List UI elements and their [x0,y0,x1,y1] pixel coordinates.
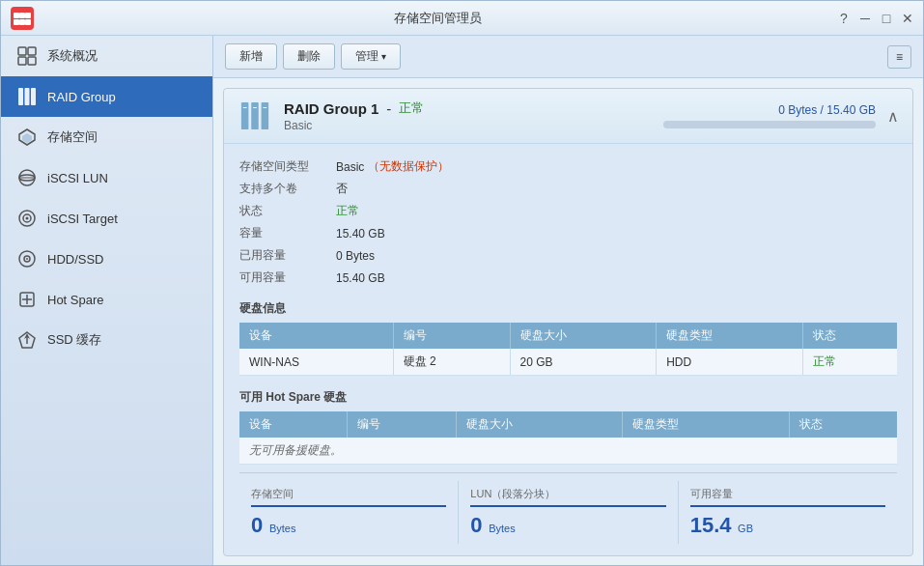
sidebar-item-label: iSCSI LUN [47,171,108,185]
raid-group-icon [238,99,272,133]
multi-volume-label: 支持多个卷 [239,181,336,197]
cell-type: HDD [657,349,803,376]
stat-available: 可用容量 15.4 GB [679,481,897,544]
collapse-button[interactable]: ∧ [887,107,899,126]
capacity-label: 容量 [239,225,336,241]
sidebar-item-label: iSCSI Target [47,212,118,226]
sidebar-item-hdd-ssd[interactable]: HDD/SSD [1,239,212,279]
table-row: WIN-NAS 硬盘 2 20 GB HDD 正常 [239,349,897,376]
available-value: 15.40 GB [336,271,385,285]
svg-rect-13 [31,88,36,105]
app-icon [9,5,36,32]
available-label: 可用容量 [239,269,336,286]
sidebar-item-system-overview[interactable]: 系统概况 [1,36,212,76]
sidebar-item-iscsi-lun[interactable]: iSCSI LUN [1,157,212,198]
svg-rect-32 [251,102,259,129]
raid-status: 正常 [399,99,424,117]
info-row-status: 状态 正常 [239,200,897,222]
sidebar-item-label: SSD 缓存 [47,331,101,349]
stat-storage-value: 0 [251,513,263,537]
cell-device: WIN-NAS [239,349,393,376]
stat-lun-unit: Bytes [489,523,516,534]
info-section: 存储空间类型 Basic （无数据保护） 支持多个卷 否 状态 正常 [239,156,897,289]
iscsi-lun-icon [16,167,38,188]
svg-rect-8 [28,47,36,55]
storage-type-value: Basic [336,160,364,174]
svg-rect-11 [18,88,23,105]
raid-icon-sidebar [16,86,38,107]
manage-dropdown-arrow: ▾ [381,51,386,62]
info-row-available: 可用容量 15.40 GB [239,267,897,289]
maximize-button[interactable]: □ [879,11,894,26]
sidebar-item-label: 系统概况 [47,47,98,65]
sidebar-item-ssd-cache[interactable]: SSD 缓存 [1,320,212,360]
ssd-cache-icon [16,329,38,351]
stat-available-label: 可用容量 [690,487,885,501]
stat-storage-space: 存储空间 0 Bytes [239,481,459,544]
hs-col-size: 硬盘大小 [456,411,623,438]
stat-storage-divider [251,505,446,507]
col-type: 硬盘类型 [657,323,803,349]
svg-rect-9 [18,57,26,65]
manage-button[interactable]: 管理 ▾ [341,43,401,70]
status-label: 状态 [239,203,336,219]
raid-title-area: RAID Group 1 - 正常 Basic [284,99,663,132]
raid-group-card: RAID Group 1 - 正常 Basic 0 Bytes / 15.40 … [223,88,913,556]
hs-col-number: 编号 [347,411,456,438]
sidebar-item-label: RAID Group [47,90,116,104]
sidebar-item-label: HDD/SSD [47,252,104,267]
content-panel: 新增 删除 管理 ▾ ≡ [213,36,923,565]
capacity-value: 15.40 GB [336,227,385,241]
delete-button[interactable]: 删除 [283,43,335,70]
sidebar: 系统概况 RAID Group [1,36,213,565]
svg-rect-12 [25,88,30,105]
hdd-ssd-icon [16,248,38,269]
cell-size: 20 GB [510,349,657,376]
stat-storage-value-row: 0 Bytes [251,513,446,538]
raid-capacity-bar [663,121,876,128]
svg-marker-15 [22,133,32,143]
content-area: RAID Group 1 - 正常 Basic 0 Bytes / 15.40 … [213,78,923,565]
svg-rect-5 [19,19,25,25]
svg-rect-2 [19,13,25,18]
used-value: 0 Bytes [336,249,375,263]
stat-lun-value: 0 [470,513,482,537]
svg-rect-31 [241,102,249,129]
view-options-button[interactable]: ≡ [887,45,911,69]
sidebar-item-hot-spare[interactable]: Hot Spare [1,279,212,320]
svg-rect-3 [25,13,31,18]
hot-spare-table: 设备 编号 硬盘大小 硬盘类型 状态 无可用备援硬盘。 [239,411,897,465]
stat-available-value: 15.4 [690,513,732,537]
iscsi-target-icon [16,208,38,229]
hs-col-device: 设备 [239,411,347,438]
help-button[interactable]: ? [836,11,852,26]
multi-volume-value: 否 [336,181,348,197]
storage-type-label: 存储空间类型 [239,158,336,175]
sidebar-item-raid-group[interactable]: RAID Group [1,76,212,117]
add-button[interactable]: 新增 [225,43,277,70]
info-row-multi-volume: 支持多个卷 否 [239,178,897,200]
title-bar-controls: ? ─ □ ✕ [836,11,915,26]
raid-capacity-area: 0 Bytes / 15.40 GB [663,103,876,128]
svg-rect-33 [262,102,269,129]
sidebar-item-storage-space[interactable]: 存储空间 [1,117,212,157]
svg-rect-10 [28,57,36,65]
used-label: 已用容量 [239,247,336,264]
sidebar-item-iscsi-target[interactable]: iSCSI Target [1,198,212,239]
cell-status: 正常 [802,349,897,376]
status-value: 正常 [336,203,359,219]
stat-available-unit: GB [738,523,753,534]
disk-info-title: 硬盘信息 [239,300,897,317]
main-area: 系统概况 RAID Group [1,36,923,565]
raid-separator: - [386,100,391,117]
minimize-button[interactable]: ─ [857,11,873,26]
toolbar: 新增 删除 管理 ▾ ≡ [213,36,923,78]
hs-col-type: 硬盘类型 [623,411,790,438]
stat-available-divider [690,505,885,507]
close-button[interactable]: ✕ [900,11,915,26]
col-number: 编号 [393,323,510,349]
raid-name: RAID Group 1 [284,100,378,117]
sidebar-item-label: Hot Spare [47,293,104,307]
title-bar-left [9,5,40,32]
app-window: 存储空间管理员 ? ─ □ ✕ 系统概况 [0,0,924,566]
